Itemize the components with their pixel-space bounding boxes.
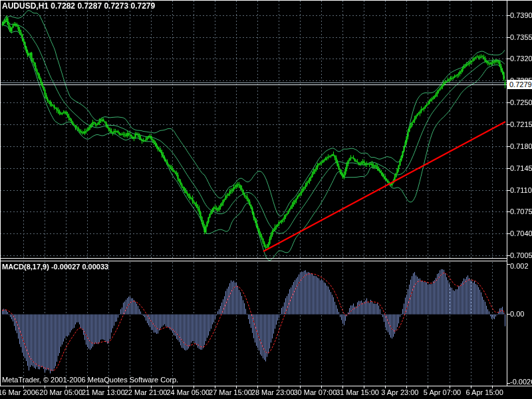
price-axis-label: 0.7320 — [510, 55, 532, 63]
price-axis-label: 0.7040 — [510, 229, 532, 237]
chart-window: AUDUSD,H1 0.7282 0.7287 0.7273 0.7279 MA… — [0, 0, 532, 399]
price-axis-label: 0.7180 — [510, 142, 532, 150]
price-axis-label: 0.7075 — [510, 207, 532, 215]
price-chart-canvas[interactable] — [0, 0, 532, 399]
price-axis-label: 0.7145 — [510, 164, 532, 172]
macd-axis-label: 0.00 — [510, 310, 532, 318]
price-axis-label: 0.7215 — [510, 120, 532, 128]
price-axis-label: 0.7250 — [510, 98, 532, 106]
macd-axis-label: 0.002 — [510, 262, 532, 270]
price-axis-label: 0.7390 — [510, 11, 532, 19]
price-axis-label: 0.7110 — [510, 186, 532, 194]
macd-axis-label: -0.00269 — [510, 378, 532, 386]
price-axis-label: 0.7355 — [510, 33, 532, 41]
price-axis-label: 0.7005 — [510, 251, 532, 259]
current-price-box: 0.7279 — [507, 80, 532, 89]
time-axis-label: 6 Apr 15:00 — [448, 388, 521, 396]
